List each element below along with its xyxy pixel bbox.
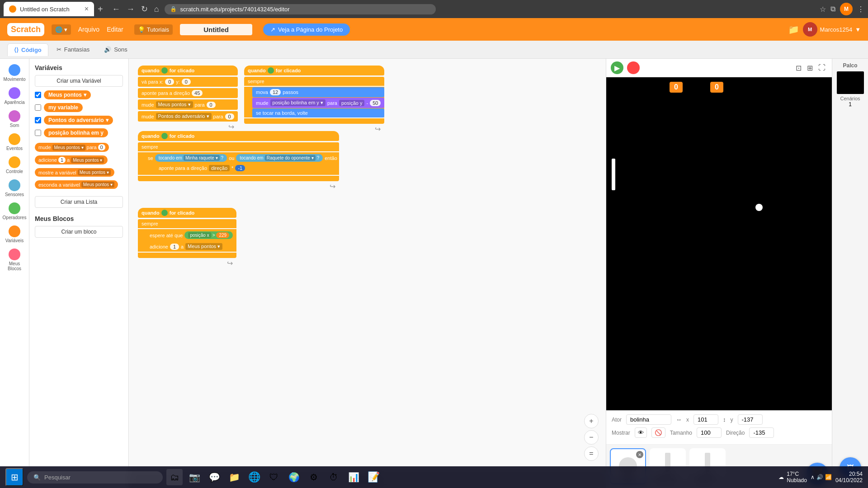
taskbar-clock[interactable]: 20:54 04/10/2022 <box>835 471 863 483</box>
hide-eye-button[interactable]: 🚫 <box>651 427 665 438</box>
taskbar-icon-chart[interactable]: 📊 <box>345 469 362 485</box>
tab-sons[interactable]: 🔊 Sons <box>98 43 134 56</box>
back-button[interactable]: ← <box>110 3 122 16</box>
var-badge-meus-pontos[interactable]: Meus pontos ▾ <box>44 90 91 99</box>
scratch-logo[interactable]: Scratch <box>7 23 44 36</box>
cat-sensores[interactable]: Sensores <box>3 178 26 199</box>
block-esconda[interactable]: esconda a variável Meus pontos ▾ <box>35 180 123 189</box>
view-project-button[interactable]: ↗ Veja a Página do Projeto <box>263 23 350 36</box>
taskbar-icon-chat[interactable]: 💬 <box>206 469 222 485</box>
taskbar-icon-clock[interactable]: ⏱ <box>326 469 342 485</box>
hat-block-3[interactable]: quando for clicado <box>138 131 339 141</box>
var-badge-posicao-bolinha[interactable]: posição bolinha em y <box>44 128 108 137</box>
cmd-mude-posicao[interactable]: mude posição bolinha em y ▾ para posição… <box>252 98 384 108</box>
sprite-y-input[interactable] <box>738 414 763 425</box>
direction-input[interactable] <box>749 427 774 438</box>
cmd-sempre-3[interactable]: sempre <box>138 142 339 151</box>
arquivo-menu[interactable]: Arquivo <box>78 26 99 33</box>
var-badge-my-variable[interactable]: my variable <box>44 103 83 112</box>
stop-button[interactable] <box>627 61 640 74</box>
cmd-espere[interactable]: espere até que posição x > 229 <box>146 230 236 241</box>
hat-block-1[interactable]: quando for clicado <box>138 66 238 75</box>
folder-button[interactable]: 📁 <box>788 24 799 35</box>
cmd-aponte-direcao[interactable]: aponte para a direção direção * -1 <box>155 163 337 173</box>
sprite-name-input[interactable] <box>626 414 671 425</box>
browser-tab[interactable]: Untitled on Scratch × <box>4 2 94 16</box>
globe-button[interactable]: 🌐 ▾ <box>52 24 71 35</box>
script-group-4[interactable]: quando for clicado sempre espere até que… <box>138 208 236 267</box>
cat-movimento[interactable]: Movimento <box>2 62 28 84</box>
project-name-input[interactable] <box>180 24 252 35</box>
create-list-button[interactable]: Criar uma Lista <box>35 196 123 208</box>
tab-codigo[interactable]: ⟨⟩ Código <box>7 43 48 56</box>
if-block[interactable]: se tocando em Minha raquete ▾ ? ou tocan… <box>146 152 339 175</box>
tab-close-btn[interactable]: × <box>85 5 89 13</box>
editar-menu[interactable]: Editar <box>107 26 123 33</box>
green-flag-button[interactable]: ▶ <box>611 61 623 74</box>
cat-controle[interactable]: Controle <box>4 155 25 176</box>
var-badge-pontos-adversario[interactable]: Pontos do adversário ▾ <box>44 116 113 125</box>
block-adicione[interactable]: adicione 1 a Meus pontos ▾ <box>35 155 123 164</box>
cmd-sempre-2[interactable]: sempre <box>244 77 384 86</box>
stage-mini-preview[interactable] <box>837 71 864 94</box>
cmd-mova[interactable]: mova 12 passos <box>252 87 384 97</box>
bookmark-button[interactable]: ☆ <box>820 5 826 14</box>
cat-eventos[interactable]: Eventos <box>5 131 24 153</box>
var-checkbox-posicao-bolinha[interactable] <box>35 130 41 136</box>
cat-operadores[interactable]: Operadores <box>1 201 28 222</box>
script-group-3[interactable]: quando for clicado sempre se tocando em … <box>138 131 339 191</box>
cat-som[interactable]: Som <box>7 108 22 130</box>
cat-variaveis[interactable]: Variáveis <box>4 224 25 245</box>
show-eye-button[interactable]: 👁 <box>635 427 647 438</box>
browser-menu-button[interactable]: ⋮ <box>857 5 864 14</box>
block-mostre[interactable]: mostre a variável Meus pontos ▾ <box>35 168 123 177</box>
home-button[interactable]: ⌂ <box>152 3 161 16</box>
extensions-button[interactable]: ⧉ <box>830 5 835 13</box>
sprite-delete-bolinha[interactable]: ✕ <box>636 451 643 458</box>
fullscreen-button[interactable]: ⛶ <box>816 63 827 73</box>
start-button[interactable]: ⊞ <box>5 468 24 486</box>
address-bar[interactable]: 🔒 scratch.mit.edu/projects/740143245/edi… <box>165 4 436 14</box>
var-checkbox-pontos-adversario[interactable] <box>35 117 41 123</box>
cmd-vaiparaxy[interactable]: vá para x: 0 y: 0 <box>138 77 238 87</box>
cmd-adicione-pontos[interactable]: adicione 1 a Meus pontos ▾ <box>146 241 236 252</box>
refresh-button[interactable]: ↻ <box>139 2 150 16</box>
taskbar-icon-shield[interactable]: 🛡 <box>266 469 282 485</box>
small-stage-button[interactable]: ⊡ <box>794 63 803 73</box>
tab-fantasias[interactable]: ✂ Fantasias <box>50 43 96 56</box>
taskbar-icon-files[interactable]: 🗂 <box>166 469 183 485</box>
volume-icon[interactable]: 🔊 <box>816 474 823 480</box>
forward-button[interactable]: → <box>125 3 137 16</box>
cat-meus-blocos[interactable]: Meus Blocos <box>0 247 29 273</box>
script-area[interactable]: quando for clicado vá para x: 0 y: 0 apo… <box>129 59 606 488</box>
var-checkbox-meus-pontos[interactable] <box>35 92 41 98</box>
tray-expand[interactable]: ∧ <box>811 474 815 480</box>
wifi-icon[interactable]: 📶 <box>825 474 832 480</box>
taskbar-icon-browser[interactable]: 🌐 <box>246 469 262 485</box>
zoom-in-button[interactable]: + <box>584 414 599 428</box>
tutorials-button[interactable]: 💡 Tutoriais <box>134 24 173 35</box>
taskbar-icon-camera[interactable]: 📷 <box>186 469 203 485</box>
cat-aparencia[interactable]: Aparência <box>2 85 26 107</box>
script-group-1[interactable]: quando for clicado vá para x: 0 y: 0 apo… <box>138 66 238 131</box>
size-input[interactable] <box>697 427 722 438</box>
taskbar-search[interactable]: 🔍 Pesquisar <box>27 471 163 483</box>
hat-block-2[interactable]: quando for clicado <box>244 66 384 75</box>
script-group-2[interactable]: quando for clicado sempre mova 12 passos… <box>244 66 384 133</box>
cmd-aponte[interactable]: aponte para a direção 45 <box>138 88 238 98</box>
zoom-fit-button[interactable]: = <box>584 446 599 461</box>
cmd-tocar-borda[interactable]: se tocar na borda, volte <box>252 108 384 117</box>
taskbar-icon-word[interactable]: 📝 <box>365 469 382 485</box>
block-mude[interactable]: mude Meus pontos ▾ para 0 <box>35 143 123 152</box>
zoom-out-button[interactable]: − <box>584 430 599 445</box>
normal-stage-button[interactable]: ⊞ <box>805 63 815 73</box>
cmd-sempre-4[interactable]: sempre <box>138 219 236 228</box>
var-checkbox-my-variable[interactable] <box>35 104 41 111</box>
user-section[interactable]: M Marcos1254 ▼ <box>803 22 861 37</box>
cmd-mude-adversario[interactable]: mude Pontos do adversário ▾ para 0 <box>138 111 238 122</box>
create-block-button[interactable]: Criar um bloco <box>35 226 123 238</box>
taskbar-icon-settings[interactable]: ⚙ <box>306 469 322 485</box>
new-tab-button[interactable]: + <box>98 4 103 14</box>
create-var-button[interactable]: Criar uma Variável <box>35 75 123 87</box>
cmd-mude-pontos[interactable]: mude Meus pontos ▾ para 0 <box>138 99 238 110</box>
